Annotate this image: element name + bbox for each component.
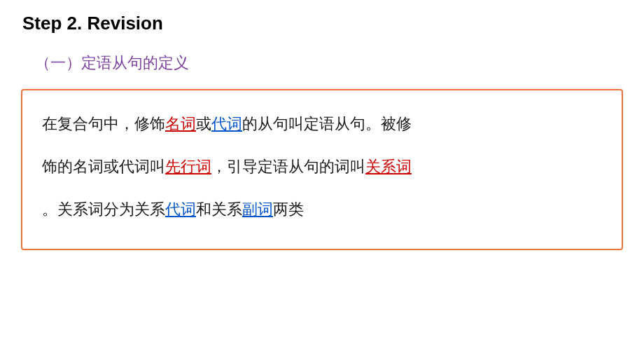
text-before-antecedent: 饰的名词或代词叫: [42, 158, 165, 175]
page-container: Step 2. Revision （一）定语从句的定义 在复合句中，修饰名词或代…: [0, 0, 644, 363]
term-pronoun2: 代词: [165, 200, 196, 218]
term-antecedent: 先行词: [165, 158, 211, 175]
step-title: Step 2. Revision: [14, 7, 630, 40]
content-box: 在复合句中，修饰名词或代词的从句叫定语从句。被修 饰的名词或代词叫先行词，引导定…: [21, 89, 623, 250]
term-pronoun: 代词: [211, 115, 242, 132]
text-two-types: 两类: [273, 200, 304, 218]
content-text: 在复合句中，修饰名词或代词的从句叫定语从句。被修 饰的名词或代词叫先行词，引导定…: [42, 106, 602, 228]
paragraph-2: 饰的名词或代词叫先行词，引导定语从句的词叫关系词: [42, 149, 602, 186]
section-heading: （一）定语从句的定义: [35, 53, 630, 74]
term-noun: 名词: [165, 115, 196, 132]
paragraph-1: 在复合句中，修饰名词或代词的从句叫定语从句。被修: [42, 106, 602, 143]
term-relative: 关系词: [365, 158, 412, 175]
text-middle: ，引导定语从句的词叫: [211, 158, 365, 175]
text-after-pronoun: 的从句叫定语从句。被修: [242, 115, 412, 132]
text-before-noun: 在复合句中，修饰: [42, 115, 165, 132]
term-adverb: 副词: [242, 200, 273, 218]
text-or: 或: [196, 115, 211, 132]
paragraph-3: 。关系词分为关系代词和关系副词两类: [42, 191, 602, 228]
text-and-relative: 和关系: [196, 200, 242, 218]
text-before-pronoun2: 。关系词分为关系: [42, 200, 165, 218]
